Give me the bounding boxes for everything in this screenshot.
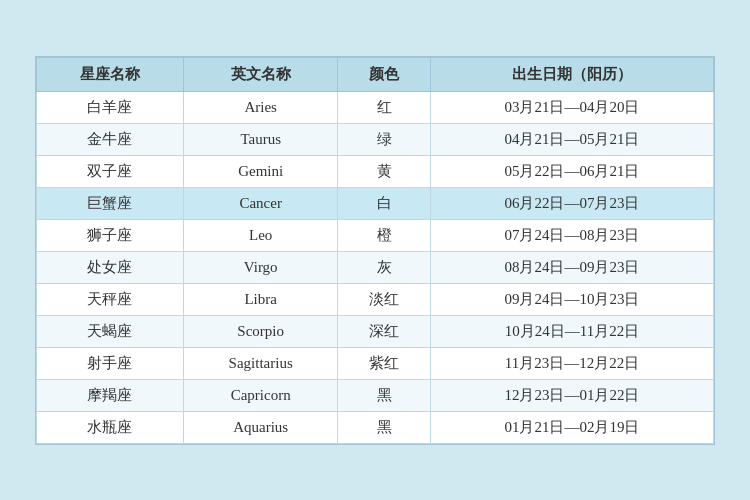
cell-chinese: 白羊座	[37, 91, 184, 123]
cell-chinese: 处女座	[37, 251, 184, 283]
cell-color: 黑	[338, 379, 431, 411]
table-row: 巨蟹座Cancer白06月22日—07月23日	[37, 187, 714, 219]
cell-color: 白	[338, 187, 431, 219]
cell-dates: 09月24日—10月23日	[430, 283, 713, 315]
cell-chinese: 狮子座	[37, 219, 184, 251]
col-header-color: 颜色	[338, 57, 431, 91]
table-row: 处女座Virgo灰08月24日—09月23日	[37, 251, 714, 283]
cell-chinese: 天秤座	[37, 283, 184, 315]
zodiac-table: 星座名称 英文名称 颜色 出生日期（阳历） 白羊座Aries红03月21日—04…	[36, 57, 714, 444]
table-row: 天秤座Libra淡红09月24日—10月23日	[37, 283, 714, 315]
cell-dates: 01月21日—02月19日	[430, 411, 713, 443]
cell-english: Leo	[183, 219, 338, 251]
cell-chinese: 摩羯座	[37, 379, 184, 411]
table-row: 摩羯座Capricorn黑12月23日—01月22日	[37, 379, 714, 411]
cell-english: Capricorn	[183, 379, 338, 411]
col-header-dates: 出生日期（阳历）	[430, 57, 713, 91]
cell-dates: 05月22日—06月21日	[430, 155, 713, 187]
col-header-english: 英文名称	[183, 57, 338, 91]
cell-chinese: 天蝎座	[37, 315, 184, 347]
cell-english: Taurus	[183, 123, 338, 155]
table-body: 白羊座Aries红03月21日—04月20日金牛座Taurus绿04月21日—0…	[37, 91, 714, 443]
table-row: 射手座Sagittarius紫红11月23日—12月22日	[37, 347, 714, 379]
cell-english: Libra	[183, 283, 338, 315]
table-row: 狮子座Leo橙07月24日—08月23日	[37, 219, 714, 251]
table-row: 水瓶座Aquarius黑01月21日—02月19日	[37, 411, 714, 443]
cell-dates: 06月22日—07月23日	[430, 187, 713, 219]
col-header-chinese: 星座名称	[37, 57, 184, 91]
cell-dates: 07月24日—08月23日	[430, 219, 713, 251]
cell-dates: 12月23日—01月22日	[430, 379, 713, 411]
cell-color: 黄	[338, 155, 431, 187]
cell-english: Aries	[183, 91, 338, 123]
table-row: 双子座Gemini黄05月22日—06月21日	[37, 155, 714, 187]
cell-dates: 11月23日—12月22日	[430, 347, 713, 379]
cell-chinese: 双子座	[37, 155, 184, 187]
cell-dates: 03月21日—04月20日	[430, 91, 713, 123]
cell-english: Sagittarius	[183, 347, 338, 379]
cell-english: Aquarius	[183, 411, 338, 443]
cell-dates: 10月24日—11月22日	[430, 315, 713, 347]
cell-color: 淡红	[338, 283, 431, 315]
cell-english: Virgo	[183, 251, 338, 283]
cell-chinese: 巨蟹座	[37, 187, 184, 219]
cell-chinese: 水瓶座	[37, 411, 184, 443]
table-row: 天蝎座Scorpio深红10月24日—11月22日	[37, 315, 714, 347]
cell-english: Gemini	[183, 155, 338, 187]
cell-color: 红	[338, 91, 431, 123]
cell-color: 绿	[338, 123, 431, 155]
cell-color: 橙	[338, 219, 431, 251]
table-row: 金牛座Taurus绿04月21日—05月21日	[37, 123, 714, 155]
cell-dates: 04月21日—05月21日	[430, 123, 713, 155]
zodiac-table-container: 星座名称 英文名称 颜色 出生日期（阳历） 白羊座Aries红03月21日—04…	[35, 56, 715, 445]
table-row: 白羊座Aries红03月21日—04月20日	[37, 91, 714, 123]
cell-color: 灰	[338, 251, 431, 283]
cell-color: 紫红	[338, 347, 431, 379]
cell-english: Scorpio	[183, 315, 338, 347]
cell-color: 黑	[338, 411, 431, 443]
cell-chinese: 金牛座	[37, 123, 184, 155]
table-header-row: 星座名称 英文名称 颜色 出生日期（阳历）	[37, 57, 714, 91]
cell-chinese: 射手座	[37, 347, 184, 379]
cell-color: 深红	[338, 315, 431, 347]
cell-english: Cancer	[183, 187, 338, 219]
cell-dates: 08月24日—09月23日	[430, 251, 713, 283]
